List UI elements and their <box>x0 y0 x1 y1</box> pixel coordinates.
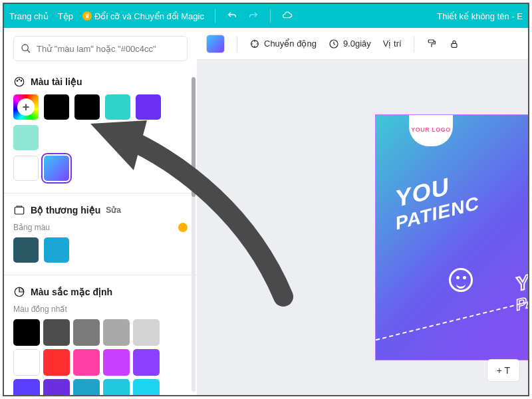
solid-label: Màu đồng nhất <box>13 305 67 314</box>
color-search[interactable] <box>13 36 188 61</box>
duration-label: 9.0giây <box>343 39 371 49</box>
separator <box>270 9 271 23</box>
default-swatches <box>13 319 188 395</box>
color-swatch[interactable] <box>73 319 100 346</box>
svg-point-3 <box>19 79 20 80</box>
color-swatch[interactable] <box>133 379 160 395</box>
animate-button[interactable]: Chuyển động <box>249 39 317 49</box>
svg-rect-10 <box>452 43 457 47</box>
lock-icon <box>449 39 460 49</box>
separator <box>414 36 414 52</box>
palette-icon <box>13 76 25 88</box>
color-swatch[interactable] <box>13 319 40 346</box>
color-swatch[interactable] <box>74 94 100 120</box>
duration-button[interactable]: 9.0giây <box>329 39 371 49</box>
color-swatch[interactable] <box>73 349 100 376</box>
color-swatch[interactable] <box>13 237 39 263</box>
fill-color-button[interactable] <box>206 35 225 53</box>
outline-line: YO <box>516 263 528 297</box>
color-swatch[interactable] <box>13 349 40 376</box>
color-swatch[interactable] <box>136 94 161 120</box>
brand-icon <box>13 204 25 216</box>
scrollbar[interactable] <box>192 77 196 392</box>
scrollbar-thumb[interactable] <box>192 77 196 197</box>
color-swatch[interactable] <box>13 379 40 395</box>
color-swatch[interactable] <box>43 379 70 395</box>
context-toolbar: Chuyển động 9.0giây Vị trí <box>197 28 528 60</box>
palette2-icon <box>13 286 25 298</box>
document-title[interactable]: Thiết kế không tên - E <box>437 11 523 21</box>
svg-point-0 <box>22 45 28 51</box>
color-swatch[interactable] <box>44 94 69 120</box>
design-page[interactable]: YOUR LOGO YOU PATIENC YO PATIE <box>375 114 528 360</box>
format-painter-button[interactable] <box>426 39 437 49</box>
add-color-button[interactable] <box>13 94 39 120</box>
divider <box>4 193 197 194</box>
color-swatch-gradient[interactable] <box>44 156 69 181</box>
crown-icon: ♛ <box>82 11 92 21</box>
color-swatch[interactable] <box>133 349 160 376</box>
document-swatches <box>13 94 188 150</box>
color-swatch[interactable] <box>105 94 130 120</box>
svg-point-2 <box>17 80 18 82</box>
position-label: Vị trí <box>383 39 402 49</box>
color-swatch[interactable] <box>73 379 100 395</box>
smile-icon[interactable] <box>449 268 473 292</box>
color-swatch[interactable] <box>43 349 70 376</box>
document-colors-title: Màu tài liệu <box>31 76 82 87</box>
animate-label: Chuyển động <box>264 39 317 49</box>
undo-icon[interactable] <box>226 10 238 22</box>
default-colors-title: Màu sắc mặc định <box>31 287 112 297</box>
svg-point-4 <box>21 80 22 82</box>
color-swatch[interactable] <box>13 125 39 150</box>
default-colors-section: Màu sắc mặc định Màu đồng nhất <box>13 286 188 395</box>
file-menu[interactable]: Tệp <box>58 11 73 21</box>
brand-edit-link[interactable]: Sửa <box>106 205 188 215</box>
roller-icon <box>426 39 437 49</box>
palette-label: Bảng màu <box>13 223 50 232</box>
logo-placeholder[interactable]: YOUR LOGO <box>409 114 453 146</box>
resize-label: Đổi cỡ và Chuyển đổi Magic <box>94 11 204 21</box>
divider <box>4 275 197 275</box>
separator <box>215 9 215 23</box>
color-swatch[interactable] <box>103 349 130 376</box>
canvas[interactable]: YOUR LOGO YOU PATIENC YO PATIE + T <box>197 60 528 395</box>
outline-text[interactable]: YO PATIE <box>516 263 528 315</box>
clock-icon <box>329 39 339 49</box>
cloud-sync-icon[interactable] <box>281 10 293 22</box>
brand-kit-section: Bộ thương hiệu Sửa Bảng màu <box>13 204 188 263</box>
top-bar: Trang chủ Tệp ♛ Đổi cỡ và Chuyển đổi Mag… <box>4 4 528 28</box>
brand-kit-title: Bộ thương hiệu <box>31 205 100 215</box>
color-swatch[interactable] <box>43 319 70 346</box>
color-panel: Màu tài liệu Bộ thương hiệu Sửa <box>4 28 197 395</box>
home-link[interactable]: Trang chủ <box>9 11 49 21</box>
document-colors-section: Màu tài liệu <box>13 76 188 181</box>
svg-rect-5 <box>15 207 24 215</box>
search-icon <box>21 43 31 54</box>
color-swatch[interactable] <box>103 319 130 346</box>
brand-swatches <box>13 237 188 263</box>
separator <box>237 36 237 52</box>
lock-button[interactable] <box>449 39 460 49</box>
pro-badge-icon <box>178 223 188 232</box>
motion-icon <box>249 39 260 49</box>
position-button[interactable]: Vị trí <box>383 39 402 49</box>
dashed-line <box>375 295 528 342</box>
svg-rect-9 <box>428 40 434 43</box>
color-search-input[interactable] <box>37 44 180 54</box>
redo-icon[interactable] <box>247 10 259 22</box>
add-page-button[interactable]: + T <box>487 359 520 382</box>
color-swatch-white[interactable] <box>13 156 39 181</box>
color-swatch[interactable] <box>44 237 69 263</box>
color-swatch[interactable] <box>133 319 160 346</box>
resize-magic-button[interactable]: ♛ Đổi cỡ và Chuyển đổi Magic <box>82 11 204 21</box>
headline-text[interactable]: YOU PATIENC <box>396 164 479 234</box>
color-swatch[interactable] <box>103 379 130 395</box>
